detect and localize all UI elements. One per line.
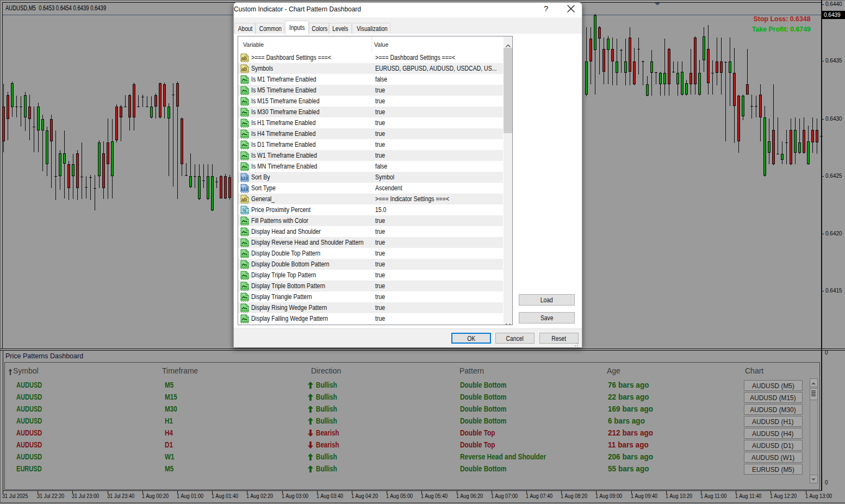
svg-text:ab: ab — [241, 55, 247, 60]
svg-text:123: 123 — [240, 175, 248, 180]
svg-text:ab: ab — [241, 66, 247, 71]
svg-text:123: 123 — [240, 186, 248, 191]
svg-text:ab: ab — [241, 196, 247, 202]
svg-text:½: ½ — [242, 207, 246, 213]
